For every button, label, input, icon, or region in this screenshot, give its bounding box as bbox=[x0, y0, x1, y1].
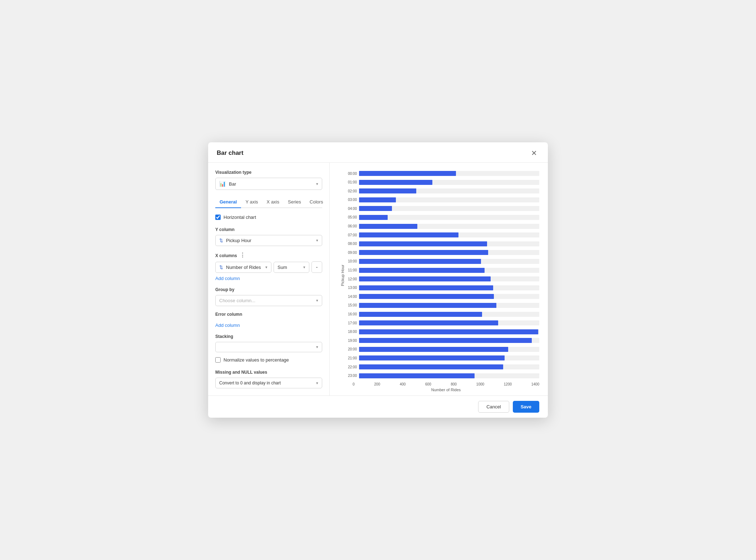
add-x-column-link[interactable]: Add column bbox=[215, 276, 240, 281]
bar-fill bbox=[359, 224, 417, 229]
bar-fill bbox=[359, 268, 485, 273]
error-column-label: Error column bbox=[215, 312, 322, 317]
bar-row: 19:00 bbox=[345, 337, 539, 344]
bar-time-label: 18:00 bbox=[345, 330, 357, 334]
modal-header: Bar chart ✕ bbox=[208, 142, 548, 163]
bar-time-label: 16:00 bbox=[345, 312, 357, 316]
right-panel: Pickup Hour 00:0001:0002:0003:0004:0005:… bbox=[330, 163, 548, 396]
null-values-select[interactable]: Convert to 0 and display in chart ▾ bbox=[215, 378, 322, 388]
bar-fill bbox=[359, 312, 482, 317]
viz-type-select[interactable]: 📊 Bar ▾ bbox=[215, 178, 322, 190]
bars-container: 00:0001:0002:0003:0004:0005:0006:0007:00… bbox=[345, 170, 539, 381]
modal-body: Visualization type 📊 Bar ▾ General Y axi… bbox=[208, 163, 548, 396]
bar-fill bbox=[359, 329, 538, 334]
bar-track bbox=[359, 215, 539, 220]
x-columns-dots-icon[interactable]: ⋮ bbox=[240, 252, 245, 258]
bar-time-label: 09:00 bbox=[345, 251, 357, 255]
bar-row: 04:00 bbox=[345, 205, 539, 212]
horizontal-chart-checkbox[interactable] bbox=[215, 215, 221, 220]
normalize-row: Normalize values to percentage bbox=[215, 357, 322, 363]
bar-row: 13:00 bbox=[345, 284, 539, 291]
bar-fill bbox=[359, 364, 503, 369]
bar-row: 07:00 bbox=[345, 231, 539, 239]
tab-yaxis[interactable]: Y axis bbox=[241, 196, 262, 208]
group-by-chevron-icon: ▾ bbox=[316, 298, 318, 303]
bar-row: 11:00 bbox=[345, 267, 539, 274]
bar-fill bbox=[359, 338, 532, 343]
bar-chart-icon: 📊 bbox=[219, 181, 226, 187]
bar-row: 06:00 bbox=[345, 223, 539, 230]
bar-time-label: 08:00 bbox=[345, 242, 357, 246]
bar-track bbox=[359, 268, 539, 273]
bar-row: 21:00 bbox=[345, 354, 539, 362]
bar-fill bbox=[359, 276, 491, 281]
save-button[interactable]: Save bbox=[513, 401, 539, 413]
y-column-select[interactable]: ⇅ Pickup Hour ▾ bbox=[215, 235, 322, 246]
bar-time-label: 23:00 bbox=[345, 374, 357, 378]
bar-chart-modal: Bar chart ✕ Visualization type 📊 Bar ▾ G… bbox=[208, 142, 548, 418]
stacking-select[interactable]: ▾ bbox=[215, 342, 322, 352]
bar-fill bbox=[359, 373, 475, 378]
viz-type-label: Visualization type bbox=[215, 170, 322, 175]
null-values-value: Convert to 0 and display in chart bbox=[219, 380, 281, 385]
x-tick: 1400 bbox=[531, 382, 539, 386]
cancel-button[interactable]: Cancel bbox=[478, 401, 509, 413]
bar-track bbox=[359, 312, 539, 317]
bar-track bbox=[359, 224, 539, 229]
x-agg-select[interactable]: Sum ▾ bbox=[274, 262, 309, 273]
y-column-label: Y column bbox=[215, 227, 322, 232]
bar-fill bbox=[359, 259, 481, 264]
bar-track bbox=[359, 276, 539, 281]
x-agg-chevron-icon: ▾ bbox=[303, 265, 305, 270]
stacking-chevron-icon: ▾ bbox=[316, 345, 318, 349]
bar-track bbox=[359, 320, 539, 325]
add-error-column-link[interactable]: Add column bbox=[215, 323, 240, 328]
tab-xaxis[interactable]: X axis bbox=[262, 196, 284, 208]
bar-time-label: 02:00 bbox=[345, 189, 357, 193]
bar-time-label: 06:00 bbox=[345, 224, 357, 228]
remove-column-button[interactable]: - bbox=[311, 261, 322, 273]
bar-row: 17:00 bbox=[345, 319, 539, 326]
x-agg-value: Sum bbox=[278, 265, 287, 270]
bar-fill bbox=[359, 215, 388, 220]
bar-track bbox=[359, 206, 539, 211]
bar-track bbox=[359, 329, 539, 334]
chevron-down-icon: ▾ bbox=[316, 182, 318, 186]
bar-fill bbox=[359, 320, 498, 325]
modal-footer: Cancel Save bbox=[208, 396, 548, 418]
horizontal-chart-label[interactable]: Horizontal chart bbox=[224, 215, 256, 220]
bar-track bbox=[359, 188, 539, 193]
bar-time-label: 13:00 bbox=[345, 286, 357, 290]
viz-type-value: Bar bbox=[229, 181, 236, 187]
x-column-value: Number of Rides bbox=[226, 265, 261, 270]
close-button[interactable]: ✕ bbox=[529, 149, 539, 157]
x-tick: 600 bbox=[425, 382, 431, 386]
tab-colors[interactable]: Colors bbox=[305, 196, 328, 208]
tab-series[interactable]: Series bbox=[284, 196, 305, 208]
stacking-section: Stacking ▾ bbox=[215, 334, 322, 352]
normalize-checkbox[interactable] bbox=[215, 357, 221, 363]
bar-time-label: 17:00 bbox=[345, 321, 357, 325]
bar-time-label: 05:00 bbox=[345, 215, 357, 219]
horizontal-chart-row: Horizontal chart bbox=[215, 215, 322, 220]
x-tick: 200 bbox=[374, 382, 380, 386]
x-tick: 800 bbox=[451, 382, 457, 386]
normalize-label[interactable]: Normalize values to percentage bbox=[224, 357, 289, 363]
group-by-select[interactable]: Choose column... ▾ bbox=[215, 295, 322, 306]
bar-row: 00:00 bbox=[345, 170, 539, 177]
bar-track bbox=[359, 197, 539, 202]
bar-row: 22:00 bbox=[345, 363, 539, 370]
x-column-select[interactable]: ⇅ Number of Rides ▾ bbox=[215, 262, 271, 273]
group-by-placeholder: Choose column... bbox=[219, 298, 255, 303]
bar-fill bbox=[359, 188, 416, 193]
bar-row: 23:00 bbox=[345, 372, 539, 379]
tab-general[interactable]: General bbox=[215, 196, 241, 208]
bar-fill bbox=[359, 171, 456, 176]
bar-track bbox=[359, 232, 539, 237]
bar-track bbox=[359, 338, 539, 343]
bar-time-label: 11:00 bbox=[345, 268, 357, 272]
bar-fill bbox=[359, 232, 458, 237]
bar-fill bbox=[359, 250, 488, 255]
bar-track bbox=[359, 241, 539, 246]
bar-track bbox=[359, 250, 539, 255]
